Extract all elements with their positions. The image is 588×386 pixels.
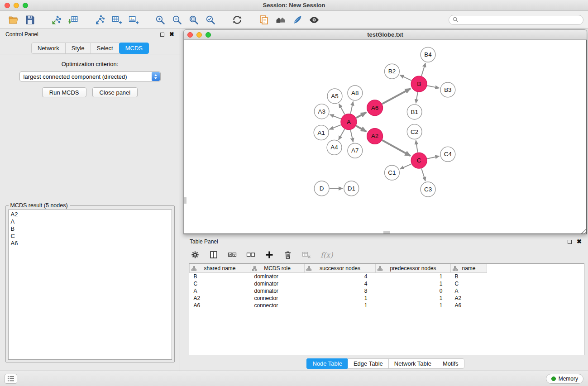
table-cell[interactable]: 0 bbox=[376, 287, 451, 295]
annotation-brush-button[interactable] bbox=[289, 13, 306, 27]
control-panel-tab-network[interactable]: Network bbox=[31, 43, 66, 54]
edge-B-B3[interactable] bbox=[427, 86, 440, 88]
control-panel-tab-select[interactable]: Select bbox=[91, 43, 120, 54]
import-table-button[interactable] bbox=[65, 13, 81, 27]
show-column-button[interactable] bbox=[208, 249, 219, 260]
edge-A-A6[interactable] bbox=[356, 112, 367, 118]
export-table-button[interactable] bbox=[108, 13, 125, 27]
table-cell[interactable]: A6 bbox=[451, 302, 487, 309]
show-panels-menu-button[interactable] bbox=[5, 374, 17, 384]
delete-table-button[interactable] bbox=[301, 249, 312, 260]
zoom-selected-button[interactable] bbox=[202, 13, 219, 27]
table-cell[interactable]: dominator bbox=[250, 280, 305, 287]
mcds-result-item[interactable]: A6 bbox=[11, 240, 169, 247]
edge-C-C2[interactable] bbox=[416, 140, 418, 152]
mcds-result-item[interactable]: B bbox=[11, 225, 169, 233]
column-header-shared-name[interactable]: shared name bbox=[190, 264, 250, 273]
control-panel-tab-style[interactable]: Style bbox=[65, 43, 91, 54]
table-cell[interactable]: C bbox=[190, 280, 250, 287]
table-cell[interactable]: A2 bbox=[190, 295, 250, 302]
new-network-from-selection-button[interactable] bbox=[255, 13, 272, 27]
table-cell[interactable]: 1 bbox=[376, 302, 451, 309]
mcds-result-item[interactable]: A bbox=[11, 218, 169, 225]
table-cell[interactable]: 4 bbox=[305, 280, 376, 287]
edge-A-A7[interactable] bbox=[350, 130, 353, 142]
select-all-columns-button[interactable] bbox=[227, 249, 238, 260]
table-row[interactable]: A6connector11A6 bbox=[190, 302, 584, 309]
edge-A-A5[interactable] bbox=[339, 104, 345, 114]
mcds-result-item[interactable]: A2 bbox=[11, 211, 169, 218]
table-tab-motifs[interactable]: Motifs bbox=[437, 358, 464, 369]
table-tab-edge-table[interactable]: Edge Table bbox=[348, 358, 389, 369]
function-builder-button[interactable]: f(x) bbox=[320, 251, 333, 259]
table-cell[interactable]: A bbox=[451, 287, 487, 295]
fullscreen-window-button[interactable] bbox=[23, 3, 28, 8]
delete-columns-button[interactable] bbox=[282, 249, 293, 260]
edge-A-A2[interactable] bbox=[356, 126, 367, 132]
column-header-MCDS-role[interactable]: MCDS role bbox=[250, 264, 305, 273]
search-field[interactable] bbox=[449, 15, 583, 25]
search-input[interactable] bbox=[461, 17, 579, 23]
zoom-in-button[interactable] bbox=[152, 13, 168, 27]
edge-C-C3[interactable] bbox=[421, 168, 425, 181]
table-row[interactable]: Bdominator41B bbox=[190, 273, 584, 280]
table-cell[interactable]: C bbox=[451, 280, 487, 287]
edge-B-B1[interactable] bbox=[416, 92, 418, 103]
table-cell[interactable]: dominator bbox=[250, 273, 305, 280]
table-tab-node-table[interactable]: Node Table bbox=[306, 358, 348, 369]
table-cell[interactable]: A6 bbox=[190, 302, 250, 309]
edge-C-C1[interactable] bbox=[400, 164, 411, 169]
table-cell[interactable]: 1 bbox=[376, 280, 451, 287]
table-cell[interactable]: A2 bbox=[451, 295, 487, 302]
first-neighbors-button[interactable] bbox=[272, 13, 289, 27]
table-cell[interactable]: 1 bbox=[376, 273, 451, 280]
table-cell[interactable]: 1 bbox=[376, 295, 451, 302]
export-network-button[interactable] bbox=[91, 13, 108, 27]
table-cell[interactable]: 1 bbox=[305, 302, 376, 309]
mcds-result-item[interactable]: C bbox=[11, 233, 169, 240]
show-graphics-details-button[interactable] bbox=[306, 13, 322, 27]
refresh-view-button[interactable] bbox=[229, 13, 245, 27]
table-cell[interactable]: dominator bbox=[250, 287, 305, 295]
table-cell[interactable]: 1 bbox=[305, 295, 376, 302]
edge-A6-B[interactable] bbox=[382, 89, 411, 104]
network-window-zoom-button[interactable] bbox=[206, 32, 211, 38]
close-panel-button[interactable]: Close panel bbox=[92, 87, 138, 97]
create-new-column-button[interactable] bbox=[264, 249, 275, 260]
network-window-minimize-button[interactable] bbox=[196, 32, 202, 38]
table-row[interactable]: Cdominator41C bbox=[190, 280, 584, 287]
export-image-button[interactable] bbox=[125, 13, 142, 27]
float-control-panel-button[interactable] bbox=[160, 33, 164, 37]
table-row[interactable]: A2connector11A2 bbox=[190, 295, 584, 302]
canvas-scroll-handle-left[interactable] bbox=[184, 197, 186, 204]
table-cell[interactable]: B bbox=[451, 273, 487, 280]
close-window-button[interactable] bbox=[5, 3, 10, 8]
column-header-successor-nodes[interactable]: successor nodes bbox=[305, 264, 376, 273]
column-header-predecessor-nodes[interactable]: predecessor nodes bbox=[376, 264, 451, 273]
network-canvas[interactable]: B4B2BB3A5A8A6B1A3AC2A1A2A4A7C4CC1C3DD1 bbox=[184, 40, 587, 234]
table-cell[interactable]: connector bbox=[250, 295, 305, 302]
table-settings-button[interactable] bbox=[190, 249, 201, 260]
edge-B-B2[interactable] bbox=[400, 75, 411, 81]
unselect-all-columns-button[interactable] bbox=[245, 249, 256, 260]
save-session-button[interactable] bbox=[21, 13, 38, 27]
table-row[interactable]: Adominator80A bbox=[190, 287, 584, 295]
float-table-panel-button[interactable] bbox=[568, 240, 572, 244]
edge-C-C4[interactable] bbox=[427, 156, 440, 159]
network-window-close-button[interactable] bbox=[187, 32, 193, 38]
open-file-button[interactable] bbox=[5, 13, 21, 27]
control-panel-tab-mcds[interactable]: MCDS bbox=[119, 43, 149, 54]
memory-button[interactable]: Memory bbox=[546, 374, 583, 384]
edge-A-A8[interactable] bbox=[350, 101, 353, 114]
zoom-out-button[interactable] bbox=[168, 13, 185, 27]
canvas-scroll-handle-bottom[interactable] bbox=[383, 231, 390, 234]
table-cell[interactable]: 4 bbox=[305, 273, 376, 280]
zoom-fit-button[interactable] bbox=[185, 13, 202, 27]
table-cell[interactable]: connector bbox=[250, 302, 305, 309]
optimization-criterion-select[interactable]: largest connected component (directed) bbox=[19, 71, 161, 81]
mcds-result-list[interactable]: A2ABCA6 bbox=[8, 210, 172, 360]
table-cell[interactable]: 8 bbox=[305, 287, 376, 295]
table-cell[interactable]: A bbox=[190, 287, 250, 295]
close-table-panel-button[interactable]: ✖ bbox=[577, 239, 582, 244]
edge-A-A1[interactable] bbox=[330, 125, 341, 129]
